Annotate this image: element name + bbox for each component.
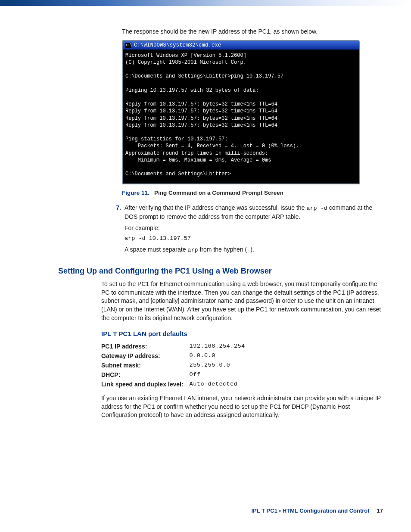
cmd-output: Microsoft Windows XP [Version 5.1.2600] … <box>123 50 359 184</box>
table-row: Subnet mask:255.255.0.0 <box>101 361 251 370</box>
space-note: A space must separate arp from the hyphe… <box>125 246 383 255</box>
cmd-titlebar: c:\ C:\WINDOWS\system32\cmd.exe <box>123 41 359 50</box>
defaults-table: PC1 IP address:192.168.254.254 Gateway I… <box>101 342 251 389</box>
closing-paragraph: If you use an existing Ethernet LAN intr… <box>101 394 383 420</box>
inline-code-arp-d: arp -d <box>306 205 327 212</box>
top-accent-bar <box>0 0 411 6</box>
table-row: Gateway IP address:0.0.0.0 <box>101 351 251 361</box>
intro-text: The response should be the new IP addres… <box>122 28 383 36</box>
cmd-window: c:\ C:\WINDOWS\system32\cmd.exe Microsof… <box>122 40 360 184</box>
table-row: DHCP:Off <box>101 370 251 380</box>
footer-title: IPL T PC1 • HTML Configuration and Contr… <box>251 507 369 514</box>
section-heading-web-browser: Setting Up and Configuring the PC1 Using… <box>58 267 383 276</box>
table-row: Link speed and duplex level:Auto detecte… <box>101 380 251 389</box>
page-content: The response should be the new IP addres… <box>0 6 411 420</box>
step-text: After verifying that the IP address chan… <box>125 204 383 221</box>
page-number: 17 <box>377 507 383 514</box>
figure-number: Figure 11. <box>122 190 149 196</box>
step-number: 7. <box>114 204 121 221</box>
table-row: PC1 IP address:192.168.254.254 <box>101 342 251 351</box>
section-body: To set up the PC1 for Ethernet communica… <box>101 280 383 322</box>
figure-text: Ping Command on a Command Prompt Screen <box>151 190 284 196</box>
example-label: For example: <box>125 224 383 233</box>
cmd-title: C:\WINDOWS\system32\cmd.exe <box>134 42 221 48</box>
cmd-icon: c:\ <box>125 43 131 48</box>
step-7: 7. After verifying that the IP address c… <box>114 204 383 221</box>
figure-caption: Figure 11. Ping Command on a Command Pro… <box>122 190 383 196</box>
example-command: arp -d 10.13.197.57 <box>125 235 383 243</box>
subsection-heading-defaults: IPL T PC1 LAN port defaults <box>101 330 383 337</box>
page-footer: IPL T PC1 • HTML Configuration and Contr… <box>251 507 383 514</box>
